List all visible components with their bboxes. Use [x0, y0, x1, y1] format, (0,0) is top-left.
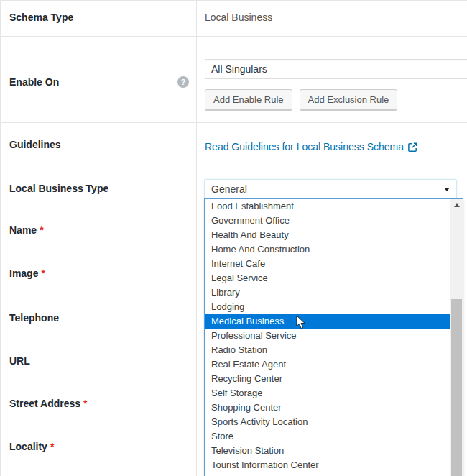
field-label-enable-on: Enable On [9, 75, 59, 88]
schema-settings-page: Schema Type Enable On Guidelines Local B… [0, 0, 467, 476]
dropdown-option[interactable]: Store [205, 429, 450, 444]
row-divider [1, 36, 467, 37]
field-label-local-business-type: Local Business Type [9, 182, 108, 195]
schema-type-value: Local Business [205, 11, 272, 24]
dropdown-option[interactable]: Health And Beauty [205, 228, 450, 242]
local-business-type-dropdown: Food Establishment Government Office Hea… [204, 198, 463, 476]
dropdown-scrollbar[interactable] [450, 199, 463, 476]
dropdown-option[interactable]: Legal Service [205, 271, 450, 285]
external-link-icon [407, 142, 418, 152]
dropdown-option[interactable]: Lodging [205, 300, 450, 314]
dropdown-option[interactable]: Sports Activity Location [205, 415, 450, 429]
guidelines-link[interactable]: Read Guidelines for Local Business Schem… [205, 141, 418, 152]
field-label-telephone: Telephone [9, 311, 59, 324]
dropdown-option[interactable]: Government Office [205, 214, 450, 228]
field-label-name: Name* [9, 224, 44, 237]
selected-option-label: General [211, 183, 247, 195]
required-asterisk: * [50, 441, 54, 452]
field-label-guidelines: Guidelines [9, 138, 61, 151]
enable-on-select[interactable]: All Singulars [205, 59, 467, 79]
help-icon[interactable]: ? [177, 76, 189, 88]
required-asterisk: * [40, 224, 43, 236]
rule-buttons: Add Enable Rule Add Exclusion Rule [205, 89, 397, 110]
dropdown-option[interactable]: Real Estate Agent [205, 357, 450, 372]
row-divider [1, 122, 467, 123]
dropdown-option[interactable]: Food Establishment [205, 199, 450, 214]
field-label-schema-type: Schema Type [9, 11, 73, 24]
dropdown-option[interactable]: Library [205, 285, 450, 300]
required-asterisk: * [41, 267, 45, 279]
chevron-down-icon [444, 188, 450, 191]
dropdown-option[interactable]: Recycling Center [205, 372, 450, 386]
field-label-url: URL [9, 354, 30, 367]
column-divider [196, 1, 197, 476]
dropdown-option[interactable]: Internet Cafe [205, 257, 450, 271]
add-enable-rule-button[interactable]: Add Enable Rule [205, 89, 292, 110]
dropdown-option[interactable]: Tourist Information Center [205, 458, 450, 472]
dropdown-options: Food Establishment Government Office Hea… [205, 199, 450, 472]
dropdown-option-highlighted[interactable]: Medical Business [205, 314, 450, 329]
scrollbar-thumb[interactable] [451, 299, 462, 476]
dropdown-option[interactable]: Television Station [205, 444, 450, 458]
dropdown-option[interactable]: Radio Station [205, 343, 450, 357]
field-label-locality: Locality* [9, 440, 54, 453]
dropdown-option[interactable]: Home And Construction [205, 242, 450, 257]
guidelines-link-label: Read Guidelines for Local Business Schem… [205, 141, 404, 152]
add-exclusion-rule-button[interactable]: Add Exclusion Rule [300, 89, 398, 110]
required-asterisk: * [83, 398, 87, 409]
local-business-type-select[interactable]: General [205, 180, 456, 198]
dropdown-option[interactable]: Self Storage [205, 386, 450, 401]
field-label-street-address: Street Address* [9, 397, 88, 410]
dropdown-option[interactable]: Shopping Center [205, 401, 450, 415]
dropdown-option[interactable]: Professional Service [205, 329, 450, 343]
scroll-up-button[interactable] [450, 199, 463, 211]
scroll-up-icon [454, 203, 460, 207]
field-label-image: Image* [9, 267, 45, 280]
